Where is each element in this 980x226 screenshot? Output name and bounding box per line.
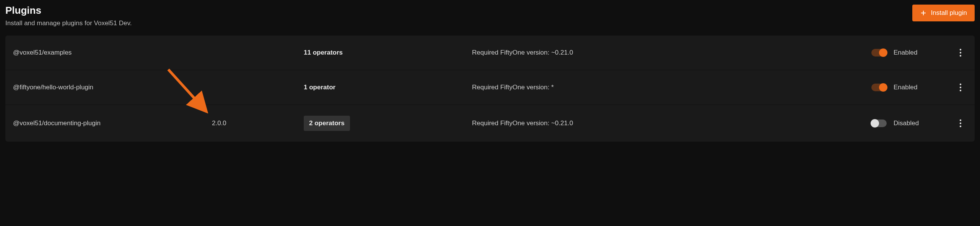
operators-count[interactable]: 1 operator [304,84,335,91]
operators-count[interactable]: 2 operators [304,116,350,131]
operators-cell: 11 operators [304,49,472,56]
svg-point-7 [960,90,961,91]
enable-toggle[interactable] [871,84,887,91]
plugin-version: 2.0.0 [212,119,304,127]
plus-icon [920,10,927,16]
more-actions-button[interactable] [957,46,964,59]
page-title: Plugins [5,5,132,16]
more-vertical-icon [959,119,962,128]
header-text-block: Plugins Install and manage plugins for V… [5,5,132,27]
plugin-row: @fiftyone/hello-world-plugin1 operatorRe… [5,70,975,105]
actions-cell [940,117,967,130]
page-subtitle: Install and manage plugins for Voxel51 D… [5,19,132,27]
status-label: Disabled [894,119,919,127]
more-vertical-icon [959,48,962,57]
operators-cell: 1 operator [304,84,472,91]
svg-point-2 [960,49,961,50]
svg-point-8 [960,119,961,121]
status-label: Enabled [894,84,917,91]
required-version: Required FiftyOne version: ~0.21.0 [472,49,871,56]
enable-toggle[interactable] [871,49,887,56]
operators-count[interactable]: 11 operators [304,49,343,56]
plugin-row: @voxel51/examples11 operatorsRequired Fi… [5,36,975,70]
required-version: Required FiftyOne version: ~0.21.0 [472,119,871,127]
status-cell: Disabled [871,119,940,127]
more-actions-button[interactable] [957,117,964,130]
status-label: Enabled [894,49,917,56]
svg-point-5 [960,84,961,85]
install-plugin-button[interactable]: Install plugin [912,5,975,21]
more-actions-button[interactable] [957,81,964,94]
svg-point-6 [960,87,961,88]
plugin-list: @voxel51/examples11 operatorsRequired Fi… [5,36,975,142]
svg-point-10 [960,126,961,127]
toggle-knob [879,83,887,92]
svg-point-4 [960,55,961,56]
actions-cell [940,81,967,94]
plugin-name: @voxel51/documenting-plugin [13,119,212,127]
svg-point-3 [960,52,961,53]
operators-cell: 2 operators [304,116,472,131]
required-version: Required FiftyOne version: * [472,84,871,91]
more-vertical-icon [959,83,962,92]
svg-point-9 [960,123,961,124]
plugin-name: @voxel51/examples [13,49,212,56]
status-cell: Enabled [871,84,940,91]
status-cell: Enabled [871,49,940,56]
toggle-knob [871,119,879,128]
install-plugin-label: Install plugin [931,9,967,17]
toggle-knob [879,48,887,57]
actions-cell [940,46,967,59]
enable-toggle[interactable] [871,119,887,127]
plugin-row: @voxel51/documenting-plugin2.0.02 operat… [5,105,975,142]
page-header: Plugins Install and manage plugins for V… [5,5,975,27]
plugin-name: @fiftyone/hello-world-plugin [13,84,212,91]
